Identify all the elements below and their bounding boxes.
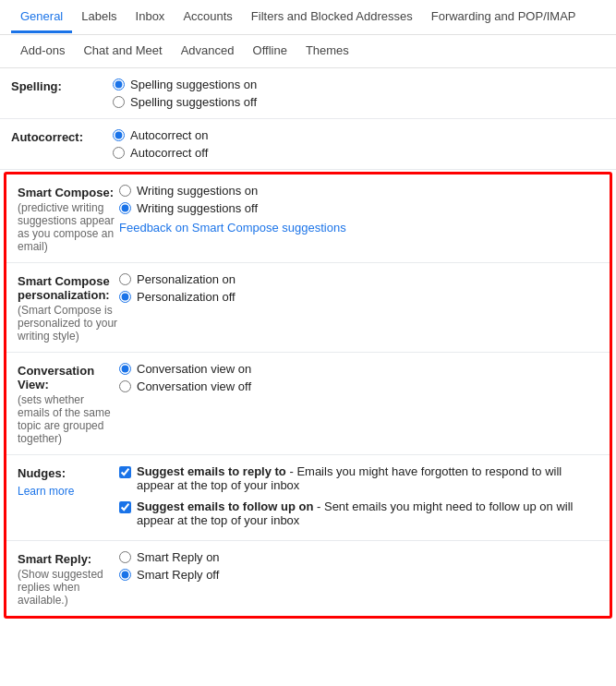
person-off-radio[interactable] <box>119 291 131 303</box>
spelling-label: Spelling: <box>11 78 113 93</box>
person-off-option[interactable]: Personalization off <box>119 290 598 304</box>
autocorrect-off-option[interactable]: Autocorrect off <box>113 146 605 160</box>
autocorrect-label: Autocorrect: <box>11 128 113 144</box>
writing-on-radio[interactable] <box>119 185 131 197</box>
reply-off-radio[interactable] <box>119 569 131 581</box>
nudges-label: Nudges: Learn more <box>18 464 119 498</box>
smart-compose-personalization-row: Smart Compose personalization: (Smart Co… <box>6 263 610 353</box>
nudge-followup-option: Suggest emails to follow up on - Sent em… <box>119 499 598 527</box>
reply-on-radio[interactable] <box>119 551 131 563</box>
autocorrect-row: Autocorrect: Autocorrect on Autocorrect … <box>0 119 616 170</box>
smart-compose-options: Writing suggestions on Writing suggestio… <box>119 184 598 235</box>
smart-compose-person-options: Personalization on Personalization off <box>119 272 598 304</box>
tab-forwarding[interactable]: Forwarding and POP/IMAP <box>422 2 586 33</box>
spelling-options: Spelling suggestions on Spelling suggest… <box>113 78 605 109</box>
nudge-followup-checkbox[interactable] <box>119 501 131 513</box>
spelling-on-radio[interactable] <box>113 78 125 90</box>
tab-addons[interactable]: Add-ons <box>11 36 74 67</box>
conversation-view-options: Conversation view on Conversation view o… <box>119 362 598 393</box>
smart-compose-label: Smart Compose: (predictive writing sugge… <box>18 184 119 253</box>
conv-off-option[interactable]: Conversation view off <box>119 379 598 393</box>
reply-off-option[interactable]: Smart Reply off <box>119 568 598 582</box>
smart-reply-options: Smart Reply on Smart Reply off <box>119 550 598 582</box>
writing-off-radio[interactable] <box>119 202 131 214</box>
learn-more-link[interactable]: Learn more <box>18 485 74 498</box>
smart-compose-row: Smart Compose: (predictive writing sugge… <box>6 175 610 263</box>
writing-off-option[interactable]: Writing suggestions off <box>119 201 598 215</box>
nudge-reply-checkbox[interactable] <box>119 466 131 478</box>
tab-chat[interactable]: Chat and Meet <box>74 36 171 67</box>
tab-inbox[interactable]: Inbox <box>127 2 175 33</box>
autocorrect-on-radio[interactable] <box>113 129 125 141</box>
nudges-options: Suggest emails to reply to - Emails you … <box>119 464 598 531</box>
autocorrect-on-option[interactable]: Autocorrect on <box>113 128 605 142</box>
spelling-on-option[interactable]: Spelling suggestions on <box>113 78 605 91</box>
smart-reply-label: Smart Reply: (Show suggested replies whe… <box>18 550 119 607</box>
autocorrect-options: Autocorrect on Autocorrect off <box>113 128 605 160</box>
conv-on-option[interactable]: Conversation view on <box>119 362 598 376</box>
conv-on-radio[interactable] <box>119 363 131 375</box>
spelling-off-option[interactable]: Spelling suggestions off <box>113 95 605 109</box>
conv-off-radio[interactable] <box>119 380 131 392</box>
person-on-radio[interactable] <box>119 273 131 285</box>
person-on-option[interactable]: Personalization on <box>119 272 598 286</box>
tab-filters[interactable]: Filters and Blocked Addresses <box>242 2 422 33</box>
smart-reply-row: Smart Reply: (Show suggested replies whe… <box>6 541 610 616</box>
tabs-row-1: General Labels Inbox Accounts Filters an… <box>0 0 616 35</box>
smart-compose-person-label: Smart Compose personalization: (Smart Co… <box>18 272 119 343</box>
nudges-row: Nudges: Learn more Suggest emails to rep… <box>6 455 610 541</box>
settings-content: Spelling: Spelling suggestions on Spelli… <box>0 68 616 619</box>
highlighted-section: Smart Compose: (predictive writing sugge… <box>4 172 612 619</box>
tab-accounts[interactable]: Accounts <box>174 2 241 33</box>
reply-on-option[interactable]: Smart Reply on <box>119 550 598 564</box>
tab-advanced[interactable]: Advanced <box>172 36 244 67</box>
tab-labels[interactable]: Labels <box>72 2 126 33</box>
tab-themes[interactable]: Themes <box>296 36 358 67</box>
writing-on-option[interactable]: Writing suggestions on <box>119 184 598 198</box>
spelling-row: Spelling: Spelling suggestions on Spelli… <box>0 68 616 119</box>
feedback-link[interactable]: Feedback on Smart Compose suggestions <box>119 221 598 235</box>
conversation-view-label: Conversation View: (sets whether emails … <box>18 362 119 445</box>
conversation-view-row: Conversation View: (sets whether emails … <box>6 353 610 455</box>
spelling-off-radio[interactable] <box>113 96 125 108</box>
tab-offline[interactable]: Offline <box>244 36 296 67</box>
nudge-reply-option: Suggest emails to reply to - Emails you … <box>119 464 598 492</box>
tabs-row-2: Add-ons Chat and Meet Advanced Offline T… <box>0 35 616 68</box>
autocorrect-off-radio[interactable] <box>113 147 125 159</box>
gmail-settings-page: General Labels Inbox Accounts Filters an… <box>0 0 616 686</box>
tab-general[interactable]: General <box>11 2 72 33</box>
